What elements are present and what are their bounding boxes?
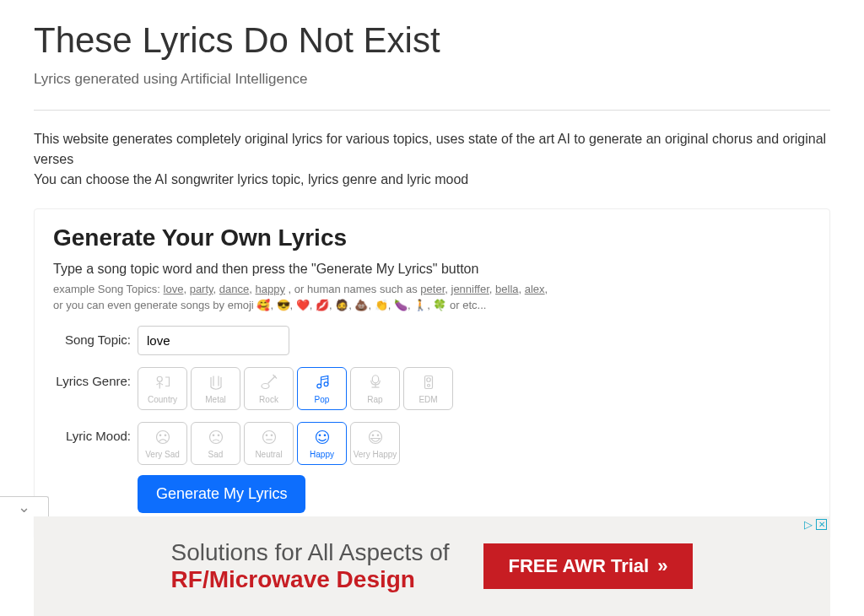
intro-line-2: You can choose the AI songwriter lyrics …	[34, 170, 830, 190]
example-topic-link[interactable]: party	[190, 283, 213, 295]
example-topic-link[interactable]: love	[164, 283, 184, 295]
svg-point-10	[165, 435, 166, 436]
emoji-suffix: or etc...	[450, 299, 486, 311]
mood-option-label: Very Sad	[145, 450, 180, 459]
genre-option-rap[interactable]: Rap	[350, 367, 400, 410]
genre-option-pop[interactable]: Pop	[297, 367, 347, 410]
emoji-list: 🥰, 😎, ❤️, 💋, 🧔, 💩, 👏, 🍆, 🚶, 🍀	[256, 299, 446, 311]
generate-card: Generate Your Own Lyrics Type a song top…	[34, 208, 830, 539]
ad-cta-text: FREE AWR Trial	[509, 555, 650, 577]
intro-block: This website generates completely origin…	[34, 129, 830, 190]
svg-point-12	[213, 435, 214, 436]
genre-option-metal[interactable]: Metal	[191, 367, 240, 410]
example-name-link[interactable]: bella	[495, 283, 518, 295]
double-chevron-icon: »	[657, 555, 667, 577]
mood-option-neutral[interactable]: Neutral	[244, 422, 294, 465]
genre-option-label: Rock	[259, 395, 278, 404]
svg-point-17	[316, 431, 328, 444]
svg-point-1	[262, 384, 269, 389]
generate-button[interactable]: Generate My Lyrics	[138, 475, 305, 513]
genre-option-label: Metal	[205, 395, 225, 404]
sad-icon	[205, 427, 227, 449]
mood-option-label: Happy	[310, 450, 334, 459]
pop-icon	[311, 372, 333, 394]
example-name-link[interactable]: alex	[525, 283, 545, 295]
rock-icon	[258, 372, 280, 394]
page-title: These Lyrics Do Not Exist	[34, 20, 830, 61]
metal-icon	[205, 372, 227, 394]
svg-point-15	[266, 435, 267, 436]
svg-point-6	[426, 378, 430, 382]
svg-point-7	[427, 384, 429, 386]
neutral-icon	[258, 427, 280, 449]
mood-option-sad[interactable]: Sad	[191, 422, 240, 465]
genre-option-rock[interactable]: Rock	[244, 367, 294, 410]
genre-option-label: EDM	[418, 395, 437, 404]
svg-point-11	[209, 431, 222, 444]
divider	[34, 110, 830, 111]
rap-icon	[364, 372, 386, 394]
genre-option-edm[interactable]: EDM	[403, 367, 453, 410]
page-subtitle: Lyrics generated using Artificial Intell…	[34, 71, 830, 88]
mood-option-very-happy[interactable]: Very Happy	[350, 422, 400, 465]
mood-option-label: Very Happy	[354, 450, 397, 459]
song-topic-input[interactable]	[138, 326, 289, 355]
svg-point-8	[156, 431, 169, 444]
svg-point-14	[262, 431, 275, 444]
edm-icon	[418, 372, 440, 394]
row-mood: Lyric Mood: Very SadSadNeutralHappyVery …	[53, 422, 811, 465]
chevron-down-icon: ⌄	[18, 498, 30, 516]
genre-option-country[interactable]: Country	[138, 367, 187, 410]
example-topic-link[interactable]: happy	[255, 283, 284, 295]
svg-point-21	[372, 435, 374, 436]
row-genre: Lyrics Genre: CountryMetalRockPopRapEDM	[53, 367, 811, 410]
card-title: Generate Your Own Lyrics	[53, 224, 811, 251]
emoji-prefix: or you can even generate songs by emoji	[53, 299, 256, 311]
svg-point-19	[324, 435, 326, 436]
topic-label: Song Topic:	[53, 326, 138, 347]
ad-info-icon[interactable]: ▷	[804, 518, 813, 531]
example-name-link[interactable]: jenniffer	[451, 283, 489, 295]
mood-label: Lyric Mood:	[53, 422, 138, 443]
ad-line-1: Solutions for All Aspects of	[171, 539, 450, 566]
very-sad-icon	[152, 427, 174, 449]
example-name-link[interactable]: peter	[420, 283, 445, 295]
svg-point-9	[159, 435, 161, 436]
examples-mid: , or human names such as	[289, 283, 421, 295]
row-topic: Song Topic:	[53, 326, 811, 355]
country-icon	[152, 372, 174, 394]
svg-point-16	[271, 435, 273, 436]
svg-point-4	[372, 376, 379, 383]
genre-label: Lyrics Genre:	[53, 367, 138, 388]
genre-option-label: Rap	[367, 395, 382, 404]
svg-point-22	[377, 435, 379, 436]
mood-option-happy[interactable]: Happy	[297, 422, 347, 465]
svg-point-0	[157, 376, 162, 381]
very-happy-icon	[364, 427, 386, 449]
mood-option-label: Sad	[208, 450, 224, 459]
happy-icon	[311, 427, 333, 449]
collapse-tab[interactable]: ⌄	[0, 496, 49, 516]
examples-prefix: example Song Topics:	[53, 283, 164, 295]
svg-point-18	[319, 435, 321, 436]
genre-option-label: Pop	[315, 395, 330, 404]
mood-option-label: Neutral	[255, 450, 282, 459]
svg-point-13	[218, 435, 219, 436]
genre-option-label: Country	[148, 395, 177, 404]
examples-block: example Song Topics: love, party, dance,…	[53, 282, 811, 314]
ad-line-2: RF/Microwave Design	[171, 566, 450, 593]
ad-cta-button[interactable]: FREE AWR Trial »	[483, 543, 694, 589]
mood-option-very-sad[interactable]: Very Sad	[138, 422, 187, 465]
ad-banner[interactable]: Solutions for All Aspects of RF/Microwav…	[34, 516, 830, 616]
card-instruction: Type a song topic word and then press th…	[53, 262, 811, 277]
ad-close-icon[interactable]: ✕	[816, 519, 827, 530]
intro-line-1: This website generates completely origin…	[34, 129, 830, 170]
example-topic-link[interactable]: dance	[219, 283, 249, 295]
